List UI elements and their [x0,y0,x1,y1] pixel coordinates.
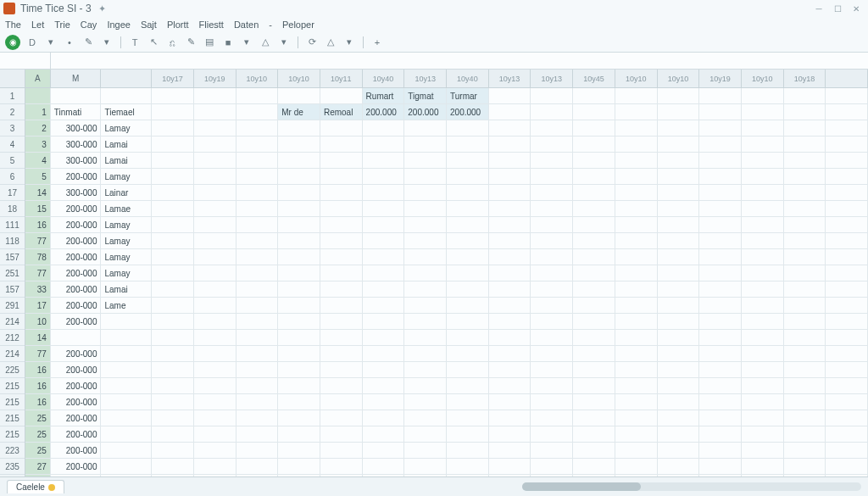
cell[interactable] [236,120,279,137]
cell[interactable] [615,394,658,410]
cell[interactable]: 200-000 [51,314,102,330]
menu-let[interactable]: Let [31,20,44,30]
menu-the[interactable]: The [5,20,21,30]
cell[interactable]: 33 [25,281,51,298]
cell[interactable]: 14 [25,185,51,201]
minimize-button[interactable]: ─ [810,3,827,14]
cell[interactable] [573,185,615,201]
cell[interactable] [152,346,194,362]
cell[interactable] [826,249,868,265]
cell[interactable] [447,475,489,476]
cell[interactable] [278,475,320,476]
cell[interactable]: 200.000 [363,104,405,120]
cell[interactable]: 16 [25,394,51,410]
cell[interactable] [489,169,531,185]
cell[interactable] [699,249,742,265]
cell[interactable] [658,314,700,330]
cell[interactable]: 300-000 [51,153,102,169]
cell[interactable] [236,233,279,249]
cell[interactable] [742,314,784,330]
cell[interactable] [615,233,658,249]
cell[interactable] [573,394,615,410]
cell[interactable] [826,281,868,298]
cell[interactable] [573,459,615,475]
cell[interactable] [194,475,236,476]
cell[interactable] [573,362,615,378]
cell[interactable] [447,120,489,137]
cell[interactable] [363,443,405,459]
maximize-button[interactable]: ☐ [829,3,846,14]
row-header[interactable]: 6 [0,169,25,185]
toolbar-button-17[interactable]: △ [324,36,337,49]
cell[interactable] [404,249,447,265]
column-header[interactable]: M [51,70,102,87]
cell[interactable] [573,281,615,298]
cell[interactable] [742,217,784,233]
cell[interactable] [363,120,405,137]
cell[interactable]: 77 [25,346,51,362]
row-header[interactable]: 215 [0,394,25,410]
cell[interactable]: 77 [25,265,51,281]
cell[interactable]: 200-000 [51,298,102,314]
cell[interactable]: Lamai [101,137,152,153]
cell[interactable]: 23 [25,475,51,476]
cell[interactable]: Tigmat [404,88,447,104]
cell[interactable] [531,378,573,394]
cell[interactable] [320,459,363,475]
cell[interactable] [320,249,363,265]
cell[interactable] [447,410,489,426]
cell[interactable] [531,185,573,201]
menu--[interactable]: - [269,20,272,30]
cell[interactable] [404,410,447,426]
cell[interactable] [784,104,826,120]
cell[interactable] [573,169,615,185]
grid-area[interactable]: AM10y1710y1910y1010y1010y1110y4010y1310y… [25,70,868,476]
cell[interactable] [278,233,320,249]
cell[interactable]: 200.000 [51,475,102,476]
row-header[interactable]: 17 [0,185,25,201]
cell[interactable] [573,233,615,249]
cell[interactable] [101,410,152,426]
cell[interactable]: 1 [25,104,51,120]
toolbar-button-9[interactable]: ✎ [184,36,198,49]
cell[interactable] [784,298,826,314]
cell[interactable] [489,265,531,281]
cell[interactable] [152,459,194,475]
cell[interactable] [278,410,320,426]
cell[interactable] [447,459,489,475]
cell[interactable] [194,217,236,233]
cell[interactable] [573,120,615,137]
cell[interactable] [531,362,573,378]
cell[interactable] [784,394,826,410]
row-header[interactable]: 18 [0,201,25,217]
cell[interactable] [152,443,194,459]
cell[interactable] [363,410,405,426]
row-header[interactable]: 5 [0,153,25,169]
cell[interactable] [236,459,279,475]
cell[interactable] [531,459,573,475]
cell[interactable] [784,153,826,169]
cell[interactable] [489,459,531,475]
cell[interactable] [236,378,279,394]
cell[interactable] [363,314,405,330]
cell[interactable] [531,233,573,249]
column-header[interactable] [101,70,152,87]
cell[interactable] [152,394,194,410]
cell[interactable] [278,281,320,298]
cell[interactable]: 200-000 [51,394,102,410]
toolbar-button-10[interactable]: ▤ [203,36,216,49]
cell[interactable] [826,394,868,410]
cell[interactable] [404,314,447,330]
cell[interactable] [531,330,573,346]
cell[interactable]: 200-000 [51,410,102,426]
cell[interactable] [236,410,279,426]
cell[interactable] [236,217,279,233]
cell[interactable]: Tinmati [51,104,102,120]
cell[interactable] [363,249,405,265]
cell[interactable] [236,362,279,378]
cell[interactable]: 3 [25,137,51,153]
cell[interactable] [742,120,784,137]
cell[interactable] [363,185,405,201]
toolbar-button-0[interactable]: D [25,36,39,49]
cell[interactable] [658,169,700,185]
